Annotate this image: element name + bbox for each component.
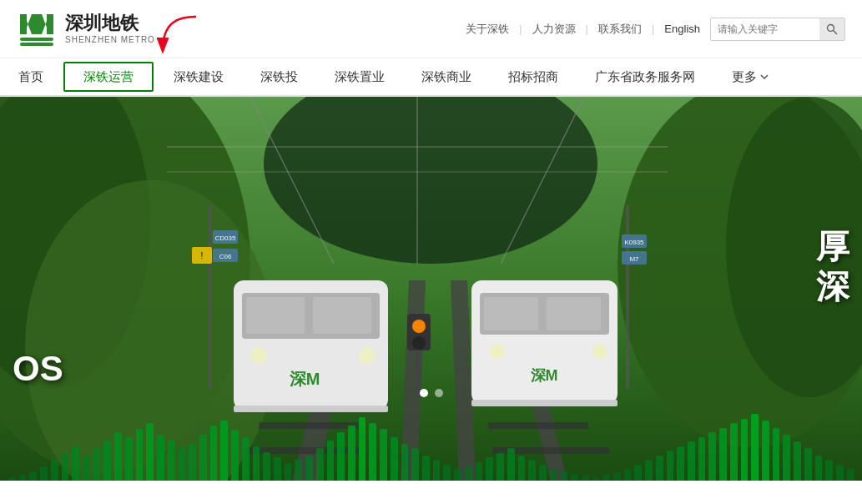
nav-bar: 首页 深铁运营 深铁建设 深铁投 深铁置业 深铁商业 招标招商 广东省政务服务网… bbox=[0, 58, 862, 97]
bar-item bbox=[836, 465, 844, 481]
svg-point-36 bbox=[250, 347, 267, 364]
bar-item bbox=[719, 428, 727, 481]
hero-text-right: 厚 深 bbox=[816, 226, 849, 306]
svg-point-4 bbox=[828, 24, 834, 31]
bar-item bbox=[295, 460, 302, 481]
svg-rect-2 bbox=[20, 43, 53, 46]
svg-rect-35 bbox=[313, 297, 371, 334]
bar-item bbox=[19, 475, 27, 481]
nav-item-gov[interactable]: 广东省政务服务网 bbox=[577, 58, 713, 95]
bar-item bbox=[220, 421, 228, 481]
bar-item bbox=[497, 453, 504, 481]
bar-item bbox=[677, 446, 684, 481]
bar-item bbox=[253, 446, 260, 481]
bar-item bbox=[72, 446, 79, 481]
svg-line-5 bbox=[834, 30, 838, 34]
svg-point-51 bbox=[412, 336, 426, 350]
svg-point-44 bbox=[490, 344, 505, 359]
slide-dot-2[interactable] bbox=[435, 389, 443, 397]
bar-item bbox=[476, 462, 483, 481]
svg-text:M7: M7 bbox=[629, 255, 639, 263]
bar-item bbox=[708, 432, 716, 481]
bar-item bbox=[751, 414, 759, 481]
bar-item bbox=[231, 430, 239, 481]
bar-item bbox=[337, 432, 345, 481]
nav-item-operations[interactable]: 深铁运营 bbox=[63, 62, 154, 92]
bar-item bbox=[433, 460, 441, 481]
chevron-down-icon bbox=[760, 74, 769, 79]
search-box bbox=[710, 18, 845, 41]
svg-point-50 bbox=[412, 320, 426, 333]
svg-text:CD035: CD035 bbox=[215, 234, 236, 242]
about-link[interactable]: 关于深铁 bbox=[466, 22, 509, 37]
bar-item bbox=[8, 477, 16, 481]
bar-item bbox=[199, 435, 207, 481]
nav-item-construction[interactable]: 深铁建设 bbox=[155, 58, 242, 95]
nav-item-bidding[interactable]: 招标招商 bbox=[490, 58, 577, 95]
bar-item bbox=[582, 476, 589, 481]
bar-item bbox=[507, 448, 515, 481]
bar-item bbox=[242, 437, 250, 481]
svg-point-45 bbox=[592, 344, 607, 359]
english-link[interactable]: English bbox=[664, 23, 700, 35]
svg-rect-42 bbox=[484, 297, 538, 330]
bar-item bbox=[401, 444, 409, 481]
bar-item bbox=[528, 460, 536, 481]
bar-item bbox=[613, 472, 621, 481]
bar-item bbox=[602, 475, 610, 481]
bar-item bbox=[518, 456, 526, 481]
bar-item bbox=[560, 471, 567, 481]
svg-text:!: ! bbox=[201, 251, 204, 260]
contact-link[interactable]: 联系我们 bbox=[598, 22, 642, 37]
bar-item bbox=[783, 435, 790, 481]
bar-item bbox=[189, 444, 196, 481]
bar-item bbox=[454, 469, 461, 481]
bar-item bbox=[730, 423, 738, 481]
svg-rect-43 bbox=[547, 297, 601, 330]
svg-text:深M: 深M bbox=[531, 367, 558, 384]
svg-text:C06: C06 bbox=[219, 253, 232, 260]
bar-item bbox=[327, 441, 335, 481]
bar-item bbox=[103, 441, 111, 481]
bar-item bbox=[539, 465, 547, 481]
nav-item-realestate[interactable]: 深铁置业 bbox=[316, 58, 403, 95]
slide-dot-1[interactable] bbox=[420, 389, 428, 397]
bottom-bars bbox=[0, 406, 862, 481]
bar-item bbox=[83, 456, 90, 481]
hero-section: 深M 深M ! CD035 bbox=[0, 97, 862, 481]
bar-item bbox=[136, 429, 144, 481]
bar-item bbox=[571, 474, 578, 481]
nav-item-home[interactable]: 首页 bbox=[0, 58, 62, 95]
nav-item-investment[interactable]: 深铁投 bbox=[242, 58, 316, 95]
bar-item bbox=[274, 457, 281, 481]
sep1: | bbox=[519, 23, 522, 35]
logo-area: 深圳地铁 SHENZHEN METRO bbox=[17, 9, 155, 49]
bar-item bbox=[486, 457, 493, 481]
bar-item bbox=[168, 441, 175, 481]
top-right-links: 关于深铁 | 人力资源 | 联系我们 | English bbox=[466, 18, 845, 41]
bar-item bbox=[592, 477, 600, 481]
bar-item bbox=[688, 441, 695, 481]
search-button[interactable] bbox=[819, 18, 844, 40]
svg-point-37 bbox=[359, 347, 376, 364]
bar-item bbox=[316, 448, 324, 481]
bar-item bbox=[825, 460, 833, 481]
logo-english: SHENZHEN METRO bbox=[65, 35, 155, 45]
bar-item bbox=[741, 419, 749, 481]
search-input[interactable] bbox=[711, 23, 819, 35]
bar-item bbox=[93, 448, 101, 481]
bar-item bbox=[815, 456, 823, 481]
bar-item bbox=[656, 456, 663, 481]
hero-text-left: OS bbox=[13, 349, 63, 389]
bar-item bbox=[29, 471, 37, 481]
svg-rect-34 bbox=[246, 297, 305, 334]
bar-item bbox=[380, 429, 387, 481]
nav-item-commerce[interactable]: 深铁商业 bbox=[403, 58, 490, 95]
hr-link[interactable]: 人力资源 bbox=[532, 22, 576, 37]
bar-item bbox=[285, 463, 292, 481]
top-bar: 深圳地铁 SHENZHEN METRO 关于深铁 | 人力资源 | 联系我们 | bbox=[0, 0, 862, 58]
svg-rect-53 bbox=[626, 205, 629, 389]
bar-item bbox=[698, 437, 706, 481]
nav-item-more[interactable]: 更多 bbox=[713, 58, 787, 95]
bar-item bbox=[847, 469, 854, 481]
